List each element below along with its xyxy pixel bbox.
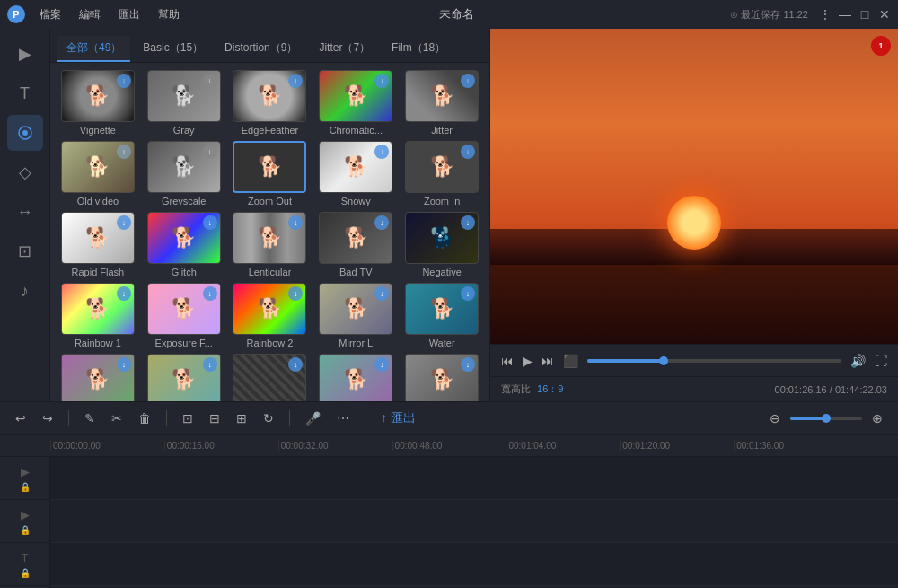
menu-export[interactable]: 匯出 bbox=[115, 5, 144, 24]
split-button[interactable]: ⊟ bbox=[205, 408, 224, 428]
download-icon[interactable]: ↓ bbox=[117, 286, 131, 301]
more-button[interactable]: ⋯ bbox=[332, 408, 354, 428]
zoom-handle[interactable] bbox=[822, 414, 831, 423]
effect-mirrorl[interactable]: 🐕 ↓ Mirror L bbox=[315, 283, 396, 348]
effect-badtv[interactable]: 🐕 ↓ Bad TV bbox=[315, 212, 396, 277]
undo-button[interactable]: ↩ bbox=[11, 408, 31, 428]
effect-chromatic[interactable]: 🐕 ↓ Chromatic... bbox=[315, 70, 396, 136]
mic-button[interactable]: 🎤 bbox=[301, 408, 325, 428]
effect-rainbow2[interactable]: 🐕 ↓ Rainbow 2 bbox=[230, 283, 311, 348]
zoom-minus-button[interactable]: ⊖ bbox=[765, 408, 785, 428]
effect-row4c[interactable]: ↓ bbox=[230, 354, 311, 401]
download-icon[interactable]: ↓ bbox=[203, 74, 217, 88]
cut-button[interactable]: ✂ bbox=[107, 408, 127, 428]
effect-row4a[interactable]: 🐕 ↓ bbox=[57, 354, 138, 401]
track-lock-icon[interactable]: 🔒 bbox=[20, 482, 31, 492]
progress-handle[interactable] bbox=[659, 356, 668, 365]
menu-bar: 檔案 編輯 匯出 幫助 bbox=[36, 5, 183, 24]
download-icon[interactable]: ↓ bbox=[203, 215, 217, 230]
sidebar-item-media[interactable]: ▶ bbox=[7, 36, 43, 72]
effect-row4b[interactable]: 🐕 ↓ bbox=[144, 354, 224, 401]
effect-rainbow1[interactable]: 🐕 ↓ Rainbow 1 bbox=[57, 283, 138, 348]
download-icon[interactable]: ↓ bbox=[461, 357, 475, 372]
effect-water[interactable]: 🐕 ↓ Water bbox=[401, 283, 482, 348]
export-button[interactable]: ↑ 匯出 bbox=[376, 408, 420, 429]
download-icon[interactable]: ↓ bbox=[203, 286, 217, 301]
effect-negative[interactable]: 🐕 ↓ Negative bbox=[401, 212, 482, 277]
effect-rapidflash[interactable]: 🐕 ↓ Rapid Flash bbox=[57, 212, 138, 277]
preview-controls: ⏮ ▶ ⏭ ⬛ 🔊 ⛶ bbox=[490, 344, 898, 376]
tab-all[interactable]: 全部（49） bbox=[57, 36, 130, 62]
effect-label: Mirror L bbox=[339, 338, 373, 348]
effect-zoomout[interactable]: 🐕 Zoom Out bbox=[230, 141, 311, 206]
track-lane-video2 bbox=[50, 500, 898, 543]
effect-oldvideo[interactable]: 🐕 ↓ Old video bbox=[57, 141, 138, 206]
tab-film[interactable]: Film（18） bbox=[383, 36, 454, 62]
download-icon[interactable]: ↓ bbox=[461, 286, 475, 301]
rotate-button[interactable]: ↻ bbox=[259, 408, 278, 428]
download-icon[interactable]: ↓ bbox=[288, 357, 303, 372]
download-icon[interactable]: ↓ bbox=[117, 145, 131, 159]
sidebar-item-transitions[interactable]: ↔ bbox=[7, 194, 43, 230]
effect-snowy[interactable]: 🐕 ↓ Snowy bbox=[315, 141, 396, 206]
text-track-icon: T bbox=[22, 551, 29, 565]
effect-gray[interactable]: 🐕 ↓ Gray bbox=[144, 70, 224, 136]
effects-grid: 🐕 ↓ Vignette 🐕 ↓ Gray 🐕 ↓ EdgeFeather bbox=[50, 63, 489, 401]
zoom-plus-button[interactable]: ⊕ bbox=[867, 408, 887, 428]
delete-button[interactable]: 🗑 bbox=[134, 408, 155, 428]
effect-label: Old video bbox=[77, 196, 119, 206]
effect-row4d[interactable]: 🐕 ↓ bbox=[315, 354, 396, 401]
edit-button[interactable]: ✎ bbox=[80, 408, 100, 428]
preview-area: 1 ⏮ ▶ ⏭ ⬛ 🔊 ⛶ 寬高比 16：9 00:01:26.16 / 01:… bbox=[490, 29, 898, 401]
effect-jitter[interactable]: 🐕 ↓ Jitter bbox=[401, 70, 482, 136]
menu-edit[interactable]: 編輯 bbox=[75, 5, 104, 24]
download-icon[interactable]: ↓ bbox=[461, 145, 475, 159]
win-close[interactable]: ✕ bbox=[878, 8, 891, 21]
preview-info: 寬高比 16：9 00:01:26.16 / 01:44:22.03 bbox=[490, 376, 898, 401]
effect-vignette[interactable]: 🐕 ↓ Vignette bbox=[57, 70, 138, 136]
sidebar-item-overlays[interactable]: ◇ bbox=[7, 154, 43, 190]
play-button[interactable]: ▶ bbox=[523, 354, 533, 368]
effect-edgefeather[interactable]: 🐕 ↓ EdgeFeather bbox=[230, 70, 311, 136]
download-icon[interactable]: ↓ bbox=[203, 145, 217, 159]
effect-label: Greyscale bbox=[162, 196, 207, 206]
ruler-mark: 00:01:20.00 bbox=[620, 441, 734, 451]
sidebar-item-audio[interactable]: ♪ bbox=[7, 273, 43, 309]
effect-glitch[interactable]: 🐕 ↓ Glitch bbox=[144, 212, 224, 277]
win-more[interactable]: ⋮ bbox=[819, 8, 832, 21]
crop-button[interactable]: ⊡ bbox=[178, 408, 198, 428]
effect-zoomin[interactable]: 🐕 ↓ Zoom In bbox=[401, 141, 482, 206]
tab-basic[interactable]: Basic（15） bbox=[134, 36, 212, 62]
download-icon[interactable]: ↓ bbox=[203, 357, 217, 372]
multi-button[interactable]: ⊞ bbox=[232, 408, 251, 428]
menu-file[interactable]: 檔案 bbox=[36, 5, 65, 24]
download-icon[interactable]: ↓ bbox=[117, 215, 131, 230]
skip-back-button[interactable]: ⏮ bbox=[501, 354, 514, 368]
fullscreen-button[interactable]: ⛶ bbox=[875, 354, 887, 368]
download-icon[interactable]: ↓ bbox=[461, 215, 475, 230]
effect-greyscale[interactable]: 🐕 ↓ Greyscale bbox=[144, 141, 224, 206]
skip-forward-button[interactable]: ⏭ bbox=[541, 354, 554, 368]
sidebar-item-text[interactable]: T bbox=[7, 75, 43, 111]
effect-exposuref[interactable]: 🐕 ↓ Exposure F... bbox=[144, 283, 224, 348]
video-track-icon: ▶ bbox=[21, 508, 30, 522]
sidebar-item-effects[interactable] bbox=[7, 115, 43, 151]
tab-jitter[interactable]: Jitter（7） bbox=[310, 36, 379, 62]
stop-button[interactable]: ⬛ bbox=[563, 354, 578, 368]
zoom-slider[interactable] bbox=[790, 417, 862, 420]
download-icon[interactable]: ↓ bbox=[117, 74, 131, 88]
redo-button[interactable]: ↪ bbox=[38, 408, 57, 428]
download-icon[interactable]: ↓ bbox=[117, 357, 131, 372]
win-minimize[interactable]: — bbox=[839, 8, 851, 21]
sidebar-item-filters[interactable]: ⊡ bbox=[7, 233, 43, 269]
volume-icon[interactable]: 🔊 bbox=[850, 354, 866, 368]
download-icon[interactable]: ↓ bbox=[461, 74, 475, 88]
effect-row4e[interactable]: 🐕 ↓ bbox=[401, 354, 482, 401]
track-lock-icon[interactable]: 🔒 bbox=[20, 525, 31, 535]
menu-help[interactable]: 幫助 bbox=[154, 5, 183, 24]
track-lock-icon[interactable]: 🔒 bbox=[20, 568, 31, 578]
tab-distortion[interactable]: Distortion（9） bbox=[216, 36, 306, 62]
progress-bar[interactable] bbox=[587, 359, 841, 363]
win-maximize[interactable]: □ bbox=[858, 8, 871, 21]
effect-lenticular[interactable]: 🐕 ↓ Lenticular bbox=[230, 212, 311, 277]
